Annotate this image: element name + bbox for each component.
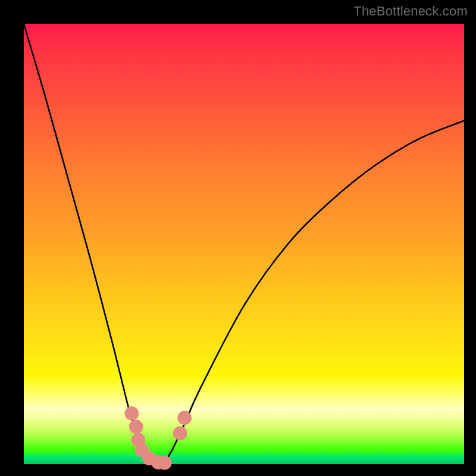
curve-marker (158, 456, 172, 470)
curve-marker (177, 411, 192, 425)
plot-area (24, 24, 464, 464)
curve-svg (24, 24, 464, 464)
chart-frame: TheBottleneck.com (0, 0, 476, 476)
curve-marker (124, 406, 139, 421)
curve-marker (173, 426, 187, 440)
curve-markers (124, 406, 191, 470)
curve-marker (129, 419, 143, 434)
watermark-text: TheBottleneck.com (353, 4, 468, 19)
bottleneck-curve (24, 24, 464, 465)
